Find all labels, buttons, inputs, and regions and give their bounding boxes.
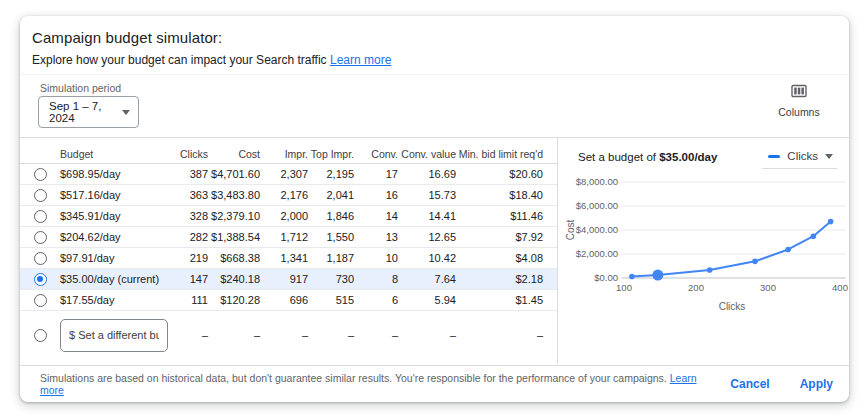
svg-text:$4,000.00: $4,000.00 — [576, 224, 618, 235]
table-cell: 17 — [354, 168, 398, 180]
chevron-down-icon — [825, 154, 833, 159]
table-body: $698.95/day387$4,701.602,3072,1951716.69… — [20, 164, 557, 311]
empty-cell: – — [260, 329, 308, 341]
budget-cell: $204.62/day — [60, 231, 164, 243]
table-row[interactable]: $698.95/day387$4,701.602,3072,1951716.69… — [20, 164, 557, 185]
table-cell: 15.73 — [398, 189, 456, 201]
table-cell: 111 — [164, 294, 208, 306]
main-content: BudgetClicksCostImpr.Top Impr.Conv.Conv.… — [20, 137, 849, 364]
table-cell: 6 — [354, 294, 398, 306]
table-cell: 2,195 — [308, 168, 354, 180]
table-cell: 7.64 — [398, 273, 456, 285]
table-cell: $2,379.10 — [208, 210, 260, 222]
table-cell: $240.18 — [208, 273, 260, 285]
budget-chart[interactable]: $0.00$2,000.00$4,000.00$6,000.00$8,000.0… — [564, 174, 848, 324]
chart-point[interactable] — [785, 247, 791, 253]
columns-icon — [790, 82, 808, 100]
chart-point[interactable] — [828, 219, 834, 225]
table-row[interactable]: $35.00/day (current)147$240.1891773087.6… — [20, 269, 557, 290]
chart-point[interactable] — [752, 259, 758, 265]
custom-budget-row[interactable]: ––––––– — [20, 311, 557, 359]
table-cell: 2,000 — [260, 210, 308, 222]
table-row[interactable]: $97.91/day219$668.381,3411,1871010.42$4.… — [20, 248, 557, 269]
chart-point[interactable] — [629, 274, 635, 280]
table-cell: 14.41 — [398, 210, 456, 222]
budget-cell: $35.00/day (current) — [60, 273, 164, 285]
custom-budget-input[interactable] — [60, 319, 168, 352]
table-cell: 10 — [354, 252, 398, 264]
metric-select-value: Clicks — [787, 150, 818, 162]
budget-cell: $517.16/day — [60, 189, 164, 201]
chart-point[interactable] — [707, 267, 713, 273]
radio-button[interactable] — [34, 294, 47, 307]
table-row[interactable]: $345.91/day328$2,379.102,0001,8461414.41… — [20, 206, 557, 227]
table-row[interactable]: $17.55/day111$120.2869651565.94$1.45 — [20, 290, 557, 311]
apply-button[interactable]: Apply — [800, 377, 833, 391]
chart-title-value: $35.00/day — [659, 151, 717, 163]
columns-label: Columns — [771, 106, 827, 118]
radio-button[interactable] — [34, 231, 47, 244]
column-header: Budget — [60, 148, 164, 160]
budget-simulator-dialog: Campaign budget simulator: Explore how y… — [20, 16, 849, 402]
chart-title-prefix: Set a budget of — [578, 151, 659, 163]
table-cell: $2.18 — [456, 273, 557, 285]
radio-button[interactable] — [34, 273, 47, 286]
table-cell: $20.60 — [456, 168, 557, 180]
budget-cell: $345.91/day — [60, 210, 164, 222]
table-cell: $18.40 — [456, 189, 557, 201]
table-cell: $1,388.54 — [208, 231, 260, 243]
table-cell: 363 — [164, 189, 208, 201]
page-subtitle: Explore how your budget can impact your … — [32, 53, 837, 67]
column-header: Conv. value — [398, 148, 456, 160]
table-cell: 13 — [354, 231, 398, 243]
chart-point-current[interactable] — [652, 270, 663, 281]
column-header: Top Impr. — [308, 148, 354, 160]
radio-button[interactable] — [34, 210, 47, 223]
budget-cell: $698.95/day — [60, 168, 164, 180]
svg-text:100: 100 — [616, 282, 632, 293]
table-cell: $4,701.60 — [208, 168, 260, 180]
table-cell: 696 — [260, 294, 308, 306]
table-cell: 16 — [354, 189, 398, 201]
toolbar: Simulation period Sep 1 – 7, 2024 Column… — [20, 75, 849, 137]
svg-text:Clicks: Clicks — [719, 301, 746, 312]
table-cell: 5.94 — [398, 294, 456, 306]
table-cell: 387 — [164, 168, 208, 180]
budget-cell: $97.91/day — [60, 252, 164, 264]
table-cell: 917 — [260, 273, 308, 285]
table-header: BudgetClicksCostImpr.Top Impr.Conv.Conv.… — [20, 138, 557, 164]
table-cell: 8 — [354, 273, 398, 285]
series-dash-icon — [768, 155, 780, 158]
table-cell: 2,307 — [260, 168, 308, 180]
column-header: Conv. — [354, 148, 398, 160]
empty-cell: – — [208, 329, 260, 341]
table-row[interactable]: $517.16/day363$3,483.802,1762,0411615.73… — [20, 185, 557, 206]
budget-cell: $17.55/day — [60, 294, 164, 306]
radio-button[interactable] — [34, 168, 47, 181]
page-title: Campaign budget simulator: — [32, 29, 837, 46]
metric-select[interactable]: Clicks — [762, 146, 837, 169]
table-cell: 2,176 — [260, 189, 308, 201]
table-cell: $3,483.80 — [208, 189, 260, 201]
radio-button[interactable] — [34, 329, 47, 342]
column-header: Cost — [208, 148, 260, 160]
simulation-period-select[interactable]: Sep 1 – 7, 2024 — [38, 96, 139, 128]
columns-button[interactable]: Columns — [771, 82, 827, 118]
column-header: Clicks — [164, 148, 208, 160]
empty-cell: – — [354, 329, 398, 341]
table-cell: 14 — [354, 210, 398, 222]
table-cell: 1,712 — [260, 231, 308, 243]
radio-button[interactable] — [34, 189, 47, 202]
svg-text:200: 200 — [688, 282, 704, 293]
chart-point[interactable] — [811, 233, 817, 239]
table-row[interactable]: $204.62/day282$1,388.541,7121,5501312.65… — [20, 227, 557, 248]
column-header: Min. bid limit req'd — [456, 148, 557, 160]
radio-button[interactable] — [34, 252, 47, 265]
svg-text:Cost: Cost — [565, 219, 576, 240]
budget-table: BudgetClicksCostImpr.Top Impr.Conv.Conv.… — [20, 138, 558, 364]
learn-more-link[interactable]: Learn more — [330, 53, 391, 67]
simulation-period-label: Simulation period — [40, 82, 121, 94]
empty-cell: – — [164, 329, 208, 341]
table-cell: 10.42 — [398, 252, 456, 264]
cancel-button[interactable]: Cancel — [730, 377, 769, 391]
